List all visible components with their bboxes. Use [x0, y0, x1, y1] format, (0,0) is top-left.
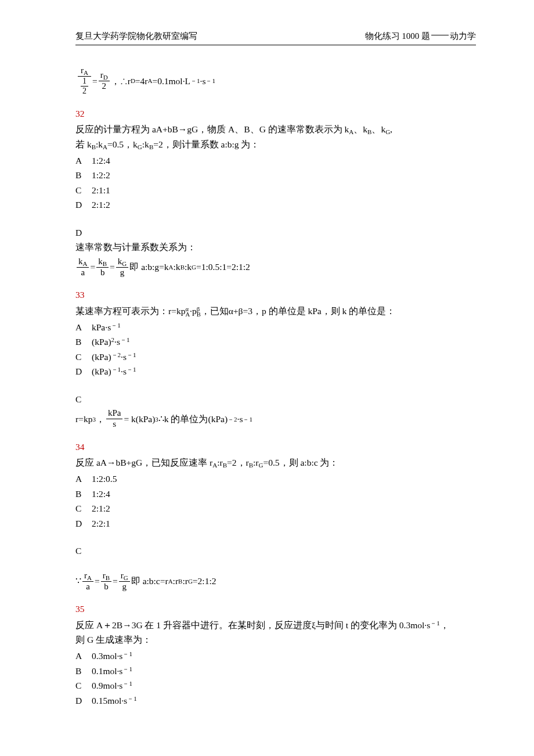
question-34-answer: C — [75, 543, 476, 559]
question-33-options: AkPa·s－1 B(kPa)2·s－1 C(kPa)－2·s－1 D(kPa)… — [75, 320, 476, 379]
question-33-solution-equation: r=kp3， kPas = k(kPa)3 ∴k 的单位为(kPa)－2·s－1 — [75, 409, 476, 429]
fraction-rD-2: rD 2 — [99, 71, 110, 91]
question-34-stem: 反应 aA→bB+gG，已知反应速率 rA:rB=2，rB:rG=0.5，则 a… — [75, 455, 476, 470]
question-35-number: 35 — [75, 602, 476, 617]
question-33-stem: 某速率方程可表示为：r=kpαA·pβB，已知α+β=3，p 的单位是 kPa，… — [75, 304, 476, 319]
question-34-number: 34 — [75, 440, 476, 455]
question-35-options: A0.3mol·s－1 B0.1mol·s－1 C0.9mol·s－1 D0.1… — [75, 649, 476, 708]
fraction-rA-half: rA 1 2 — [78, 66, 91, 96]
question-34-solution-equation: ∵ rAa = rBb = rGg 即 a:b:c=rA:rB:rG=2:1:2 — [75, 571, 476, 592]
top-solution-equation: rA 1 2 = rD 2 ，∴rD=4rA=0.1mol·L－1·s－1 — [75, 66, 476, 96]
question-34-options: A1:2:0.5 B1:2:4 C2:1:2 D2:2:1 — [75, 471, 476, 531]
question-35-stem: 反应 A＋2B→3G 在 1 升容器中进行。在某时刻，反应进度ξ与时间 t 的变… — [75, 618, 476, 647]
page-header: 复旦大学药学院物化教研室编写 物化练习 1000 题动力学 — [75, 29, 476, 45]
question-32-options: A1:2:4 B1:2:2 C2:1:1 D2:1:2 — [75, 153, 476, 213]
header-right: 物化练习 1000 题动力学 — [365, 29, 477, 44]
question-33-number: 33 — [75, 287, 476, 303]
question-32-solution-text: 速率常数与计量系数关系为： — [75, 240, 476, 255]
document-page: 复旦大学药学院物化教研室编写 物化练习 1000 题动力学 rA 1 2 = r… — [0, 0, 534, 756]
header-left: 复旦大学药学院物化教研室编写 — [75, 29, 197, 44]
question-32-stem: 反应的计量方程为 aA+bB→gG，物质 A、B、G 的速率常数表示为 kA、k… — [75, 122, 476, 152]
question-33-answer: C — [75, 392, 476, 407]
question-32-number: 32 — [75, 106, 476, 121]
question-32-answer: D — [75, 225, 476, 240]
question-32-solution-equation: kAa = kBb = kGg 即 a:b:g=kA:kB:kG=1:0.5:1… — [75, 257, 476, 278]
